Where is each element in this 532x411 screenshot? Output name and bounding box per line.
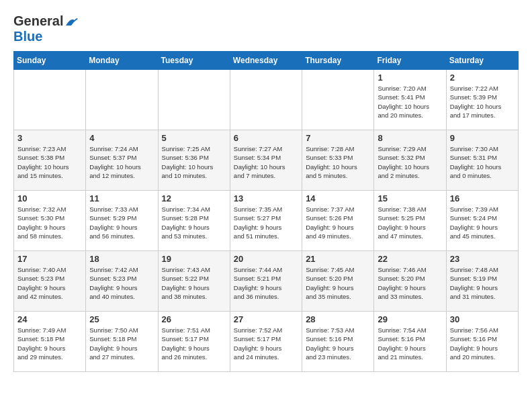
day-info: Sunrise: 7:34 AM Sunset: 5:28 PM Dayligh… xyxy=(162,205,226,240)
day-number: 8 xyxy=(378,133,442,143)
calendar-cell: 26Sunrise: 7:51 AM Sunset: 5:17 PM Dayli… xyxy=(158,312,230,372)
day-info: Sunrise: 7:22 AM Sunset: 5:39 PM Dayligh… xyxy=(450,84,515,120)
calendar-cell xyxy=(158,70,230,130)
weekday-header-row: SundayMondayTuesdayWednesdayThursdayFrid… xyxy=(14,52,519,70)
day-info: Sunrise: 7:45 AM Sunset: 5:20 PM Dayligh… xyxy=(306,265,370,301)
day-number: 9 xyxy=(450,133,515,143)
calendar-cell: 13Sunrise: 7:35 AM Sunset: 5:27 PM Dayli… xyxy=(230,191,302,251)
day-info: Sunrise: 7:40 AM Sunset: 5:23 PM Dayligh… xyxy=(17,265,82,301)
calendar-cell: 24Sunrise: 7:49 AM Sunset: 5:18 PM Dayli… xyxy=(14,312,86,372)
day-number: 11 xyxy=(89,193,154,203)
day-number: 10 xyxy=(17,193,82,203)
calendar-cell xyxy=(14,70,86,130)
calendar-cell xyxy=(302,70,374,130)
day-number: 2 xyxy=(450,73,515,83)
weekday-header-sunday: Sunday xyxy=(14,52,86,70)
day-number: 4 xyxy=(89,133,154,143)
day-info: Sunrise: 7:48 AM Sunset: 5:19 PM Dayligh… xyxy=(450,265,515,301)
calendar-cell: 29Sunrise: 7:54 AM Sunset: 5:16 PM Dayli… xyxy=(374,312,446,372)
day-info: Sunrise: 7:37 AM Sunset: 5:26 PM Dayligh… xyxy=(306,205,370,240)
day-number: 23 xyxy=(450,254,515,264)
weekday-header-thursday: Thursday xyxy=(302,52,374,70)
day-number: 6 xyxy=(234,133,298,143)
calendar-cell: 25Sunrise: 7:50 AM Sunset: 5:18 PM Dayli… xyxy=(86,312,158,372)
calendar-cell: 8Sunrise: 7:29 AM Sunset: 5:32 PM Daylig… xyxy=(374,130,446,191)
day-info: Sunrise: 7:32 AM Sunset: 5:30 PM Dayligh… xyxy=(17,205,82,240)
day-number: 26 xyxy=(162,314,226,324)
calendar-cell: 6Sunrise: 7:27 AM Sunset: 5:34 PM Daylig… xyxy=(230,130,302,191)
calendar-cell: 15Sunrise: 7:38 AM Sunset: 5:25 PM Dayli… xyxy=(374,191,446,251)
day-number: 20 xyxy=(234,254,298,264)
day-number: 18 xyxy=(89,254,154,264)
calendar-cell: 2Sunrise: 7:22 AM Sunset: 5:39 PM Daylig… xyxy=(446,70,518,130)
calendar-cell: 28Sunrise: 7:53 AM Sunset: 5:16 PM Dayli… xyxy=(302,312,374,372)
day-info: Sunrise: 7:33 AM Sunset: 5:29 PM Dayligh… xyxy=(89,205,154,240)
day-info: Sunrise: 7:20 AM Sunset: 5:41 PM Dayligh… xyxy=(378,84,442,120)
day-number: 24 xyxy=(17,314,82,324)
day-number: 30 xyxy=(450,314,515,324)
day-number: 5 xyxy=(162,133,226,143)
day-info: Sunrise: 7:43 AM Sunset: 5:22 PM Dayligh… xyxy=(162,265,226,301)
calendar-cell: 7Sunrise: 7:28 AM Sunset: 5:33 PM Daylig… xyxy=(302,130,374,191)
calendar-table: SundayMondayTuesdayWednesdayThursdayFrid… xyxy=(13,51,519,372)
day-number: 13 xyxy=(234,193,298,203)
day-number: 3 xyxy=(17,133,82,143)
calendar-cell: 12Sunrise: 7:34 AM Sunset: 5:28 PM Dayli… xyxy=(158,191,230,251)
calendar-cell: 1Sunrise: 7:20 AM Sunset: 5:41 PM Daylig… xyxy=(374,70,446,130)
day-info: Sunrise: 7:23 AM Sunset: 5:38 PM Dayligh… xyxy=(17,144,82,180)
day-info: Sunrise: 7:56 AM Sunset: 5:16 PM Dayligh… xyxy=(450,326,515,361)
day-number: 15 xyxy=(378,193,442,203)
day-info: Sunrise: 7:42 AM Sunset: 5:23 PM Dayligh… xyxy=(89,265,154,301)
calendar-cell: 3Sunrise: 7:23 AM Sunset: 5:38 PM Daylig… xyxy=(14,130,86,191)
weekday-header-monday: Monday xyxy=(86,52,158,70)
calendar-cell xyxy=(230,70,302,130)
calendar-cell: 23Sunrise: 7:48 AM Sunset: 5:19 PM Dayli… xyxy=(446,251,518,312)
calendar-cell: 19Sunrise: 7:43 AM Sunset: 5:22 PM Dayli… xyxy=(158,251,230,312)
day-info: Sunrise: 7:54 AM Sunset: 5:16 PM Dayligh… xyxy=(378,326,442,361)
day-info: Sunrise: 7:35 AM Sunset: 5:27 PM Dayligh… xyxy=(234,205,298,240)
day-info: Sunrise: 7:44 AM Sunset: 5:21 PM Dayligh… xyxy=(234,265,298,301)
day-info: Sunrise: 7:24 AM Sunset: 5:37 PM Dayligh… xyxy=(89,144,154,180)
day-info: Sunrise: 7:27 AM Sunset: 5:34 PM Dayligh… xyxy=(234,144,298,180)
day-info: Sunrise: 7:28 AM Sunset: 5:33 PM Dayligh… xyxy=(306,144,370,180)
day-number: 22 xyxy=(378,254,442,264)
weekday-header-friday: Friday xyxy=(374,52,446,70)
calendar-cell: 5Sunrise: 7:25 AM Sunset: 5:36 PM Daylig… xyxy=(158,130,230,191)
day-number: 14 xyxy=(306,193,370,203)
weekday-header-wednesday: Wednesday xyxy=(230,52,302,70)
day-info: Sunrise: 7:52 AM Sunset: 5:17 PM Dayligh… xyxy=(234,326,298,361)
day-info: Sunrise: 7:29 AM Sunset: 5:32 PM Dayligh… xyxy=(378,144,442,180)
page-header: General Blue xyxy=(13,13,519,44)
week-row-1: 1Sunrise: 7:20 AM Sunset: 5:41 PM Daylig… xyxy=(14,70,519,130)
day-number: 7 xyxy=(306,133,370,143)
day-info: Sunrise: 7:25 AM Sunset: 5:36 PM Dayligh… xyxy=(162,144,226,180)
logo-general-text: General xyxy=(13,13,63,29)
logo: General Blue xyxy=(13,13,78,44)
logo-bird-icon xyxy=(64,16,78,27)
day-number: 25 xyxy=(89,314,154,324)
day-number: 21 xyxy=(306,254,370,264)
day-info: Sunrise: 7:50 AM Sunset: 5:18 PM Dayligh… xyxy=(89,326,154,361)
calendar-cell: 22Sunrise: 7:46 AM Sunset: 5:20 PM Dayli… xyxy=(374,251,446,312)
week-row-4: 17Sunrise: 7:40 AM Sunset: 5:23 PM Dayli… xyxy=(14,251,519,312)
day-info: Sunrise: 7:39 AM Sunset: 5:24 PM Dayligh… xyxy=(450,205,515,240)
day-info: Sunrise: 7:51 AM Sunset: 5:17 PM Dayligh… xyxy=(162,326,226,361)
week-row-2: 3Sunrise: 7:23 AM Sunset: 5:38 PM Daylig… xyxy=(14,130,519,191)
day-info: Sunrise: 7:49 AM Sunset: 5:18 PM Dayligh… xyxy=(17,326,82,361)
day-info: Sunrise: 7:53 AM Sunset: 5:16 PM Dayligh… xyxy=(306,326,370,361)
calendar-cell: 21Sunrise: 7:45 AM Sunset: 5:20 PM Dayli… xyxy=(302,251,374,312)
weekday-header-saturday: Saturday xyxy=(446,52,518,70)
calendar-cell: 4Sunrise: 7:24 AM Sunset: 5:37 PM Daylig… xyxy=(86,130,158,191)
day-info: Sunrise: 7:46 AM Sunset: 5:20 PM Dayligh… xyxy=(378,265,442,301)
day-info: Sunrise: 7:38 AM Sunset: 5:25 PM Dayligh… xyxy=(378,205,442,240)
calendar-cell: 10Sunrise: 7:32 AM Sunset: 5:30 PM Dayli… xyxy=(14,191,86,251)
week-row-5: 24Sunrise: 7:49 AM Sunset: 5:18 PM Dayli… xyxy=(14,312,519,372)
day-number: 28 xyxy=(306,314,370,324)
calendar-cell: 11Sunrise: 7:33 AM Sunset: 5:29 PM Dayli… xyxy=(86,191,158,251)
day-number: 12 xyxy=(162,193,226,203)
logo-blue-text: Blue xyxy=(13,29,42,44)
day-number: 16 xyxy=(450,193,515,203)
day-info: Sunrise: 7:30 AM Sunset: 5:31 PM Dayligh… xyxy=(450,144,515,180)
day-number: 17 xyxy=(17,254,82,264)
day-number: 29 xyxy=(378,314,442,324)
